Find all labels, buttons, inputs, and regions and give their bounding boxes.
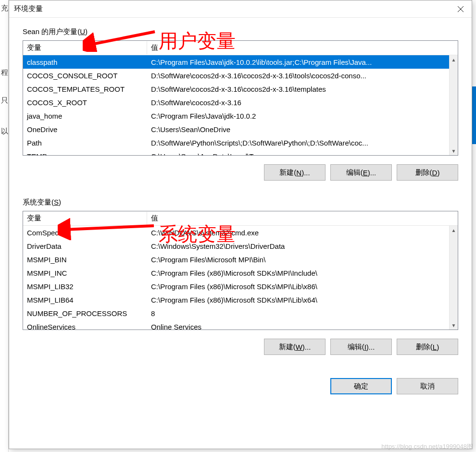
variable-name-cell: Path [23,138,147,148]
system-variables-label: 系统变量(S) [23,198,458,207]
variable-value-cell: C:\Windows\System32\Drivers\DriverData [147,241,458,251]
variable-name-cell: ComSpec [23,228,147,238]
variable-value-cell: C:\Program Files (x86)\Microsoft SDKs\MP… [147,268,458,278]
user-new-button[interactable]: 新建(N)... [264,164,326,181]
table-row[interactable]: COCOS_TEMPLATES_ROOTD:\SoftWare\cocos2d-… [23,82,458,96]
variable-name-cell: classpath [23,57,147,67]
table-row[interactable]: OneDriveC:\Users\Sean\OneDrive [23,122,458,136]
table-row[interactable]: OnlineServicesOnline Services [23,320,458,330]
cancel-button[interactable]: 取消 [397,378,458,394]
user-delete-button[interactable]: 删除(D) [397,164,458,181]
close-icon [458,6,463,12]
window-title: 环境变量 [14,4,43,13]
system-list-header[interactable]: 变量 值 [23,211,458,226]
background-right-strip [472,86,476,144]
variable-name-cell: NUMBER_OF_PROCESSORS [23,308,147,318]
system-header-value[interactable]: 值 [147,212,458,225]
user-variables-label: Sean 的用户变量(U) [23,27,458,37]
table-row[interactable]: PathD:\SoftWare\Python\Scripts\;D:\SoftW… [23,136,458,149]
bg-char-4: 以 [1,127,8,136]
variable-value-cell: C:\Users\Sean\AppData\Local\Temp [147,151,458,156]
variable-name-cell: DriverData [23,241,147,251]
variable-value-cell: C:\Users\Sean\OneDrive [147,124,458,134]
user-buttons-row: 新建(N)... 编辑(E)... 删除(D) [23,164,458,181]
close-button[interactable] [450,0,472,18]
bg-char-1: 充 [1,4,8,13]
variable-value-cell: C:\WINDOWS\system32\cmd.exe [147,228,458,238]
system-list-scrollbar[interactable]: ▲ ▼ [449,226,458,330]
variable-name-cell: COCOS_TEMPLATES_ROOT [23,84,147,94]
dialog-buttons-row: 确定 取消 [23,378,458,394]
table-row[interactable]: NUMBER_OF_PROCESSORS8 [23,306,458,320]
table-row[interactable]: MSMPI_LIB64C:\Program Files (x86)\Micros… [23,293,458,306]
variable-value-cell: 8 [147,308,458,318]
system-delete-button[interactable]: 删除(L) [397,339,458,355]
variable-value-cell: C:\Program Files\Microsoft MPI\Bin\ [147,255,458,265]
variable-name-cell: TEMP [23,151,147,156]
table-row[interactable]: TEMPC:\Users\Sean\AppData\Local\Temp [23,149,458,155]
table-row[interactable]: ComSpecC:\WINDOWS\system32\cmd.exe [23,226,458,239]
titlebar: 环境变量 [9,0,472,18]
table-row[interactable]: java_homeC:\Program Files\Java\jdk-10.0.… [23,109,458,122]
variable-value-cell: C:\Program Files (x86)\Microsoft SDKs\MP… [147,295,458,305]
variable-value-cell: Online Services [147,322,458,330]
system-header-name[interactable]: 变量 [23,212,147,225]
variable-value-cell: C:\Program Files\Java\jdk-10.0.2 [147,111,458,121]
ok-button[interactable]: 确定 [330,378,392,394]
table-row[interactable]: MSMPI_INCC:\Program Files (x86)\Microsof… [23,266,458,280]
bg-char-3: 只 [1,96,8,105]
user-list-scrollbar[interactable]: ▲ ▼ [449,55,458,155]
variable-name-cell: MSMPI_BIN [23,255,147,265]
table-row[interactable]: COCOS_X_ROOTD:\SoftWare\cocos2d-x-3.16 [23,96,458,109]
user-header-name[interactable]: 变量 [23,41,147,54]
variable-name-cell: COCOS_CONSOLE_ROOT [23,71,147,81]
table-row[interactable]: classpathC:\Program Files\Java\jdk-10.0.… [23,55,458,69]
system-buttons-row: 新建(W)... 编辑(I)... 删除(L) [23,339,458,355]
table-row[interactable]: DriverDataC:\Windows\System32\Drivers\Dr… [23,239,458,253]
variable-value-cell: D:\SoftWare\cocos2d-x-3.16\cocos2d-x-3.1… [147,71,458,81]
variable-name-cell: OneDrive [23,124,147,134]
scroll-up-icon[interactable]: ▲ [450,226,458,234]
variable-value-cell: D:\SoftWare\Python\Scripts\;D:\SoftWare\… [147,138,458,148]
variable-name-cell: java_home [23,111,147,121]
variable-name-cell: MSMPI_INC [23,268,147,278]
dialog-body: Sean 的用户变量(U) 变量 值 classpathC:\Program F… [9,18,472,449]
system-variables-list[interactable]: 变量 值 ComSpecC:\WINDOWS\system32\cmd.exeD… [23,211,458,330]
user-variables-list[interactable]: 变量 值 classpathC:\Program Files\Java\jdk-… [23,40,458,156]
user-header-value[interactable]: 值 [147,41,458,54]
scroll-down-icon[interactable]: ▼ [450,321,458,330]
variable-name-cell: OnlineServices [23,322,147,330]
variable-value-cell: C:\Program Files\Java\jdk-10.0.2\lib\too… [147,57,458,67]
bg-char-2: 程 [1,68,8,77]
variable-value-cell: D:\SoftWare\cocos2d-x-3.16\cocos2d-x-3.1… [147,84,458,94]
variable-name-cell: MSMPI_LIB32 [23,281,147,292]
background-left-strip: 充 程 只 以 [0,0,9,452]
table-row[interactable]: MSMPI_BINC:\Program Files\Microsoft MPI\… [23,253,458,266]
variable-name-cell: MSMPI_LIB64 [23,295,147,305]
variable-value-cell: D:\SoftWare\cocos2d-x-3.16 [147,98,458,108]
variable-value-cell: C:\Program Files (x86)\Microsoft SDKs\MP… [147,281,458,292]
system-new-button[interactable]: 新建(W)... [264,339,326,355]
scroll-up-icon[interactable]: ▲ [450,55,458,64]
scroll-down-icon[interactable]: ▼ [450,147,458,155]
variable-name-cell: COCOS_X_ROOT [23,98,147,108]
user-edit-button[interactable]: 编辑(E)... [330,164,392,181]
user-list-header[interactable]: 变量 值 [23,41,458,55]
table-row[interactable]: MSMPI_LIB32C:\Program Files (x86)\Micros… [23,280,458,293]
environment-variables-dialog: 环境变量 Sean 的用户变量(U) 变量 值 classpathC:\Prog… [9,0,472,449]
table-row[interactable]: COCOS_CONSOLE_ROOTD:\SoftWare\cocos2d-x-… [23,69,458,82]
system-edit-button[interactable]: 编辑(I)... [330,339,392,355]
